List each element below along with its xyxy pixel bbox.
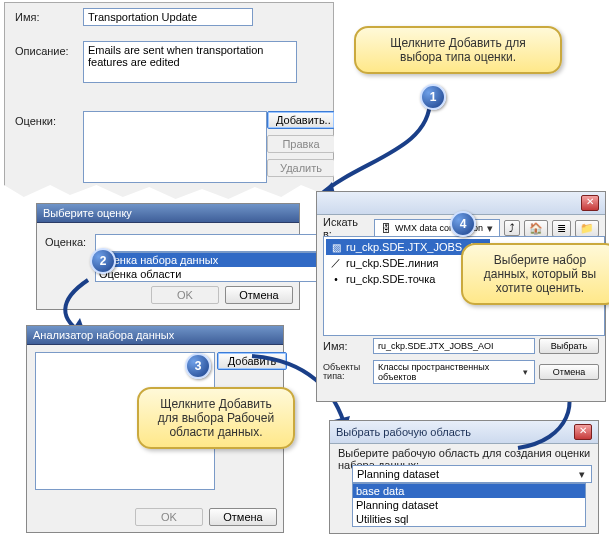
dlg3-title: Выбрать рабочую область [336,426,471,438]
close-icon[interactable]: ✕ [581,195,599,211]
dlg2-cancel[interactable]: Отмена [209,508,277,526]
select-button[interactable]: Выбрать [539,338,599,354]
eval-list[interactable] [83,111,267,183]
select-evaluation-dialog: Выберите оценку Оценка: ▾ Оценка набора … [36,203,300,310]
dlg2-titlebar: Анализатор набора данных [27,326,283,345]
chevron-down-icon: ▾ [575,467,589,481]
dlg4-type-dropdown[interactable]: Классы пространственных объектов▾ [373,360,535,384]
properties-form: Имя: Transportation Update Описание: Ema… [4,2,334,201]
lookin-dropdown[interactable]: 🗄WMX data connection ▾ [374,219,500,237]
step-1: 1 [420,84,446,110]
dlg1-label: Оценка: [45,236,86,248]
polygon-layer-icon: ▧ [329,240,343,254]
edit-button: Правка [267,135,335,153]
up-icon[interactable]: ⤴ [504,220,520,236]
step-4: 4 [450,211,476,237]
dlg1-titlebar: Выберите оценку [37,204,299,223]
point-layer-icon: • [329,272,343,286]
line-layer-icon: ／ [329,256,343,270]
desc-label: Описание: [15,45,69,57]
dlg2-title: Анализатор набора данных [33,329,174,341]
step-2: 2 [90,248,116,274]
dlg4-type-label: Объекты типа: [323,363,369,381]
step-3: 3 [185,353,211,379]
eval-label: Оценки: [15,115,56,127]
dlg3-titlebar: Выбрать рабочую область ✕ [330,421,598,444]
dlg1-cancel[interactable]: Отмена [225,286,293,304]
database-icon: 🗄 [379,221,393,235]
ws-opt-planning[interactable]: Planning dataset [353,498,585,512]
dlg4-name-field[interactable]: ru_ckp.SDE.JTX_JOBS_AOI [373,338,535,354]
dlg4-type-value: Классы пространственных объектов [378,362,519,382]
file-item[interactable]: •ru_ckp.SDE.точка [326,271,438,287]
new-folder-icon[interactable]: 📁 [575,220,599,237]
delete-button: Удалить [267,159,335,177]
file-item[interactable]: ／ru_ckp.SDE.линия [326,255,442,271]
name-field[interactable]: Transportation Update [83,8,253,26]
dlg1-title: Выберите оценку [43,207,132,219]
evaluation-options[interactable]: Оценка набора данных Оценка области [95,252,325,282]
callout-3: Щелкните Добавить для выбора Рабочей обл… [137,387,295,449]
dlg1-ok: OK [151,286,219,304]
callout-4: Выберите набор данных, который вы хотите… [461,243,609,305]
select-workspace-dialog: Выбрать рабочую область ✕ Выберите рабоч… [329,420,599,534]
dlg2-ok: OK [135,508,203,526]
callout-1: Щелкните Добавить для выбора типа оценки… [354,26,562,74]
workspace-dropdown[interactable]: Planning dataset ▾ [352,465,592,483]
list-icon[interactable]: ≣ [552,220,571,237]
desc-field[interactable]: Emails are sent when transportation feat… [83,41,297,83]
dlg4-cancel[interactable]: Отмена [539,364,599,380]
ws-opt-utilities[interactable]: Utilities sql [353,512,585,526]
add-button[interactable]: Добавить.. [267,111,335,129]
option-area-eval[interactable]: Оценка области [96,267,324,281]
dlg4-name-label: Имя: [323,340,369,352]
evaluation-dropdown[interactable]: ▾ [95,234,331,252]
workspace-options[interactable]: base data Planning dataset Utilities sql [352,483,586,527]
ws-opt-basedata[interactable]: base data [353,484,585,498]
chevron-down-icon: ▾ [519,365,532,379]
chevron-down-icon: ▾ [483,221,497,235]
name-label: Имя: [15,11,39,23]
option-dataset-eval[interactable]: Оценка набора данных [96,253,324,267]
dlg2-add[interactable]: Добавить [217,352,287,370]
workspace-selected: Planning dataset [357,468,439,480]
home-icon[interactable]: 🏠 [524,220,548,237]
close-icon[interactable]: ✕ [574,424,592,440]
